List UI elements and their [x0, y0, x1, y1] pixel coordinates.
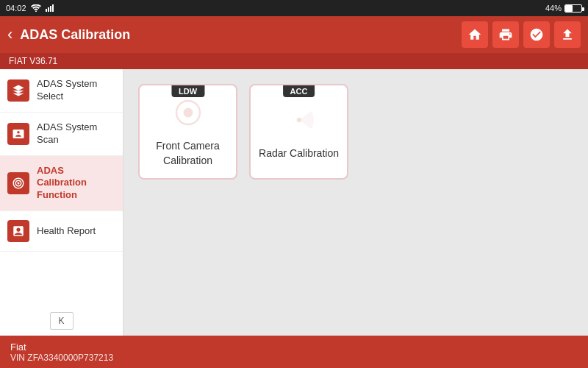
- header-actions: [462, 21, 581, 48]
- sidebar-item-adas-calibration-function[interactable]: ADAS Calibration Function: [0, 156, 123, 212]
- print-icon: [498, 27, 513, 42]
- sidebar-spacer: [0, 252, 123, 306]
- svg-rect-0: [46, 9, 47, 12]
- vehicle-vin: VIN ZFA3340000P737213: [10, 353, 113, 363]
- sidebar-item-label-adas-system-select: ADAS System Select: [37, 78, 115, 103]
- card-front-camera-label: Front Camera Calibration: [140, 139, 236, 168]
- svg-rect-3: [52, 4, 54, 12]
- svg-point-6: [296, 118, 301, 122]
- calibration-icon-bg: [7, 172, 29, 194]
- battery-label: 44%: [545, 4, 562, 13]
- content-area: LDW Front Camera Calibration ACC Radar C…: [123, 69, 588, 336]
- adas-button[interactable]: [523, 21, 550, 48]
- card-radar-calibration-label: Radar Calibration: [253, 146, 345, 161]
- sidebar-item-adas-system-scan[interactable]: ADAS System Scan: [0, 113, 123, 156]
- collapse-button[interactable]: K: [50, 312, 74, 330]
- card-radar-calibration[interactable]: ACC Radar Calibration: [249, 84, 348, 180]
- home-button[interactable]: [462, 21, 488, 48]
- status-left: 04:02: [6, 4, 54, 13]
- calibration-icon: [12, 177, 25, 190]
- status-right: 44%: [545, 4, 582, 13]
- home-icon: [467, 27, 482, 42]
- health-icon: [12, 224, 25, 238]
- time-label: 04:02: [6, 4, 26, 13]
- adas-icon: [529, 27, 544, 42]
- vehicle-make: Fiat: [10, 342, 113, 353]
- health-icon-bg: [7, 220, 29, 242]
- signal-icon: [46, 4, 54, 12]
- print-button[interactable]: [492, 21, 519, 48]
- svg-point-5: [183, 108, 193, 118]
- card-front-camera[interactable]: LDW Front Camera Calibration: [138, 84, 237, 180]
- svg-rect-2: [50, 6, 51, 12]
- radar-card-icon: [284, 105, 314, 135]
- back-button[interactable]: ‹: [7, 25, 12, 44]
- front-camera-card-icon: [173, 98, 203, 127]
- battery-icon: [564, 4, 582, 13]
- export-icon: [560, 27, 575, 42]
- sidebar-item-health-report[interactable]: Health Report: [0, 211, 123, 252]
- page-title: ADAS Calibration: [20, 27, 454, 43]
- version-label: FIAT V36.71: [9, 56, 57, 66]
- export-button[interactable]: [554, 21, 581, 48]
- header: ‹ ADAS Calibration: [0, 16, 588, 53]
- version-bar: FIAT V36.71: [0, 53, 588, 69]
- collapse-label: K: [58, 316, 64, 326]
- system-select-icon-bg: [7, 79, 29, 102]
- sidebar-item-label-adas-system-scan: ADAS System Scan: [37, 121, 115, 146]
- vehicle-info: Fiat VIN ZFA3340000P737213: [10, 342, 113, 363]
- system-select-icon: [12, 84, 25, 97]
- sidebar-item-adas-system-select[interactable]: ADAS System Select: [0, 69, 123, 113]
- sidebar: ADAS System Select ADAS System Scan ADAS…: [0, 69, 123, 336]
- svg-rect-1: [48, 7, 49, 12]
- bottom-bar: Fiat VIN ZFA3340000P737213: [0, 336, 588, 368]
- status-bar: 04:02 44%: [0, 0, 588, 16]
- card-front-camera-badge: LDW: [171, 85, 204, 97]
- system-scan-icon: [12, 127, 25, 141]
- sidebar-item-label-adas-calibration-function: ADAS Calibration Function: [37, 165, 115, 202]
- wifi-icon: [31, 4, 41, 12]
- system-scan-icon-bg: [7, 123, 29, 145]
- main-layout: ADAS System Select ADAS System Scan ADAS…: [0, 69, 588, 336]
- card-radar-calibration-badge: ACC: [283, 85, 315, 97]
- sidebar-item-label-health-report: Health Report: [37, 225, 96, 238]
